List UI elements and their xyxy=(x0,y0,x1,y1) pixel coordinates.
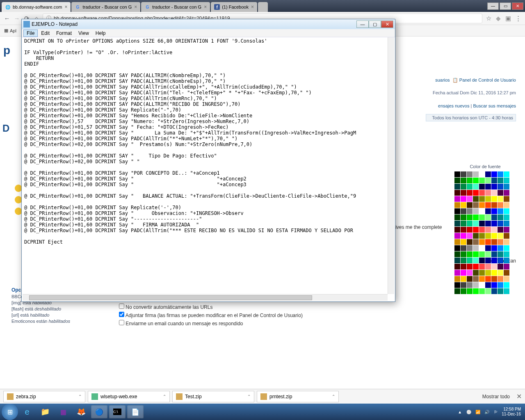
color-swatch[interactable] xyxy=(485,288,491,294)
color-swatch[interactable] xyxy=(454,227,460,233)
color-swatch[interactable] xyxy=(504,288,509,294)
color-swatch[interactable] xyxy=(473,178,479,183)
flag-icon[interactable]: 🏳 xyxy=(493,409,499,415)
color-swatch[interactable] xyxy=(454,276,460,282)
color-swatch[interactable] xyxy=(467,276,472,282)
color-swatch[interactable] xyxy=(461,270,466,276)
color-swatch[interactable] xyxy=(467,264,472,269)
scroll-thumb[interactable] xyxy=(29,295,312,300)
ie-icon[interactable]: e xyxy=(19,405,35,418)
color-swatch[interactable] xyxy=(479,202,485,208)
color-swatch[interactable] xyxy=(479,171,485,177)
color-swatch[interactable] xyxy=(467,233,472,239)
color-swatch[interactable] xyxy=(485,227,491,233)
color-swatch[interactable] xyxy=(498,178,503,183)
color-swatch[interactable] xyxy=(479,282,485,288)
color-swatch[interactable] xyxy=(467,251,472,257)
color-swatch[interactable] xyxy=(504,233,509,239)
color-swatch[interactable] xyxy=(491,190,497,196)
forward-button[interactable]: → xyxy=(13,15,21,22)
color-swatch[interactable] xyxy=(467,208,472,214)
color-swatch[interactable] xyxy=(454,264,460,269)
color-swatch[interactable] xyxy=(504,276,509,282)
color-swatch[interactable] xyxy=(479,270,485,276)
notepad-titlebar[interactable]: EJEMPLO - Notepad — ▢ ✕ xyxy=(22,19,395,29)
color-swatch[interactable] xyxy=(485,264,491,269)
color-swatch[interactable] xyxy=(467,184,472,189)
tray-icon[interactable]: 🔊 xyxy=(484,409,490,415)
color-swatch[interactable] xyxy=(491,282,497,288)
color-swatch[interactable] xyxy=(485,184,491,189)
color-swatch[interactable] xyxy=(467,239,472,245)
color-swatch[interactable] xyxy=(467,258,472,263)
color-swatch[interactable] xyxy=(498,171,503,177)
color-swatch[interactable] xyxy=(498,221,503,226)
download-item-0[interactable]: zebra.zip⌃ xyxy=(3,391,85,402)
color-swatch[interactable] xyxy=(473,288,479,294)
color-swatch[interactable] xyxy=(454,233,460,239)
color-swatch[interactable] xyxy=(473,215,479,220)
color-swatch[interactable] xyxy=(473,233,479,239)
color-swatch[interactable] xyxy=(454,215,460,220)
color-swatch[interactable] xyxy=(461,282,466,288)
menu-edit[interactable]: Edit xyxy=(38,30,53,37)
color-swatch[interactable] xyxy=(504,215,509,220)
color-swatch[interactable] xyxy=(461,178,466,183)
color-swatch[interactable] xyxy=(485,282,491,288)
color-swatch[interactable] xyxy=(454,221,460,226)
color-swatch[interactable] xyxy=(498,184,503,189)
app-icon[interactable]: ▦ xyxy=(55,405,71,418)
color-swatch[interactable] xyxy=(454,184,460,189)
menu-view[interactable]: View xyxy=(75,30,92,37)
color-swatch[interactable] xyxy=(485,239,491,245)
color-swatch[interactable] xyxy=(479,184,485,189)
color-swatch[interactable] xyxy=(479,215,485,220)
back-button[interactable]: ← xyxy=(3,15,11,22)
new-tab-button[interactable] xyxy=(258,2,268,12)
color-swatch[interactable] xyxy=(467,245,472,251)
color-swatch[interactable] xyxy=(504,184,509,189)
color-swatch[interactable] xyxy=(485,196,491,202)
color-swatch[interactable] xyxy=(479,239,485,245)
check-urls[interactable]: No convertir automáticamente las URLs xyxy=(119,304,303,310)
color-swatch[interactable] xyxy=(491,233,497,239)
color-swatch[interactable] xyxy=(454,245,460,251)
color-swatch[interactable] xyxy=(479,276,485,282)
color-swatch[interactable] xyxy=(479,227,485,233)
color-swatch[interactable] xyxy=(504,258,509,263)
color-swatch[interactable] xyxy=(454,282,460,288)
buscar-link[interactable]: Buscar sus mensajes xyxy=(473,103,516,108)
color-swatch[interactable] xyxy=(498,276,503,282)
color-swatch[interactable] xyxy=(467,196,472,202)
color-swatch[interactable] xyxy=(461,208,466,214)
minimize-button[interactable]: — xyxy=(356,21,369,28)
notepad-taskbar-icon[interactable]: 📄 xyxy=(127,405,144,418)
color-swatch[interactable] xyxy=(498,233,503,239)
close-icon[interactable]: × xyxy=(134,4,137,10)
usuarios-link[interactable]: suarios xyxy=(435,78,450,82)
browser-tab-0[interactable]: 🌐 bb.donnay-software.com × xyxy=(2,2,71,12)
color-swatch[interactable] xyxy=(498,202,503,208)
color-swatch[interactable] xyxy=(485,221,491,226)
color-swatch[interactable] xyxy=(454,270,460,276)
color-swatch[interactable] xyxy=(498,215,503,220)
color-swatch[interactable] xyxy=(504,202,509,208)
color-swatch[interactable] xyxy=(498,245,503,251)
color-swatch[interactable] xyxy=(498,190,503,196)
maximize-button[interactable]: ▭ xyxy=(500,2,511,10)
color-swatch[interactable] xyxy=(504,264,509,269)
color-swatch[interactable] xyxy=(461,258,466,263)
color-swatch[interactable] xyxy=(504,178,509,183)
color-swatch[interactable] xyxy=(461,276,466,282)
color-swatch[interactable] xyxy=(491,227,497,233)
color-swatch[interactable] xyxy=(479,264,485,269)
color-swatch[interactable] xyxy=(479,258,485,263)
color-swatch[interactable] xyxy=(504,208,509,214)
color-swatch[interactable] xyxy=(498,239,503,245)
color-swatch[interactable] xyxy=(504,196,509,202)
color-swatch[interactable] xyxy=(504,270,509,276)
color-swatch[interactable] xyxy=(467,288,472,294)
color-swatch[interactable] xyxy=(498,282,503,288)
color-swatch[interactable] xyxy=(504,251,509,257)
close-shelf-icon[interactable]: ✕ xyxy=(516,393,522,400)
